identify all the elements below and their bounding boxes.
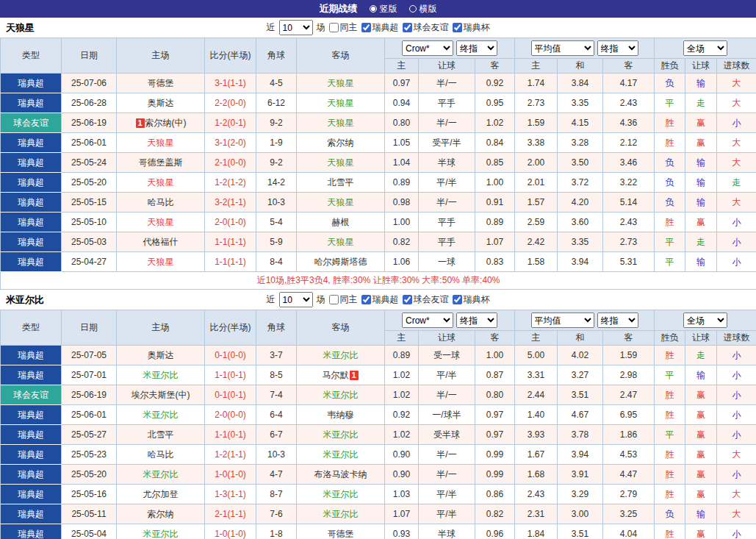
away-team-cell: 韦纳穆 bbox=[297, 405, 385, 425]
col-odds-away: 客 bbox=[475, 331, 515, 346]
col-avg-away: 客 bbox=[603, 59, 655, 74]
home-team-name: 代格福什 bbox=[143, 237, 179, 247]
goals-result-cell: 大 bbox=[717, 445, 756, 465]
avg-draw-odds-cell: 3.94 bbox=[558, 252, 603, 272]
scope-group: 全场 bbox=[655, 310, 756, 331]
odds-time-select[interactable]: 终指 bbox=[456, 40, 497, 56]
avg-draw-odds-cell: 3.28 bbox=[558, 133, 603, 153]
col-odds-handicap: 让球 bbox=[419, 59, 475, 74]
away-team-name: 天狼星 bbox=[328, 197, 354, 207]
date-cell: 25-07-01 bbox=[62, 365, 117, 385]
col-type: 类型 bbox=[1, 310, 62, 346]
date-cell: 25-05-27 bbox=[62, 425, 117, 445]
home-team-name: 天狼星 bbox=[148, 138, 174, 148]
win-loss-result-cell: 胜 bbox=[655, 385, 685, 405]
league-filter[interactable]: 瑞典超 bbox=[361, 293, 399, 306]
date-cell: 25-06-01 bbox=[62, 133, 117, 153]
home-team-name: 北雪平 bbox=[148, 429, 174, 440]
avg-draw-odds-cell: 3.00 bbox=[558, 504, 603, 524]
league-checkbox[interactable] bbox=[361, 23, 371, 32]
match-row: 球会友谊25-06-19埃尔夫斯堡(中)0-1(0-1)7-4米亚尔比1.02半… bbox=[1, 385, 756, 405]
handicap-line-cell: 一球 bbox=[419, 252, 475, 272]
match-row: 瑞典超25-07-01米亚尔比1-1(0-1)8-5马尔默11.02平/半0.8… bbox=[1, 365, 756, 385]
match-row: 球会友谊25-06-191索尔纳(中)1-2(0-1)9-2天狼星0.80半/一… bbox=[1, 113, 756, 133]
friendly-checkbox[interactable] bbox=[403, 23, 412, 32]
handicap-line-cell: 半/一 bbox=[419, 193, 475, 213]
win-loss-result-cell: 负 bbox=[655, 504, 685, 524]
win-loss-result-cell: 胜 bbox=[655, 346, 685, 365]
corners-cell: 10-3 bbox=[256, 193, 297, 213]
avg-draw-odds-cell: 4.15 bbox=[558, 113, 603, 133]
cup-filter[interactable]: 瑞典杯 bbox=[453, 293, 490, 306]
match-row: 瑞典超25-07-05奥斯达0-1(0-0)3-7米亚尔比0.89受一球1.00… bbox=[1, 346, 756, 365]
corners-cell: 8-7 bbox=[256, 485, 297, 504]
win-loss-result-cell: 平 bbox=[655, 93, 685, 113]
friendly-filter[interactable]: 球会友谊 bbox=[403, 293, 449, 306]
date-cell: 25-05-04 bbox=[62, 524, 117, 539]
score-cell: 3-2(1-1) bbox=[205, 193, 256, 213]
goals-result-cell: 大 bbox=[717, 93, 756, 113]
home-team-cell: 天狼星 bbox=[117, 213, 205, 232]
radio-label: 横版 bbox=[420, 3, 437, 15]
avg-time-select[interactable]: 终指 bbox=[597, 313, 638, 328]
win-loss-result-cell: 负 bbox=[655, 193, 685, 213]
odds-time-select[interactable]: 终指 bbox=[456, 313, 497, 328]
avg-home-odds-cell: 2.31 bbox=[515, 504, 558, 524]
match-count-select[interactable]: 10 bbox=[279, 292, 313, 307]
avg-draw-odds-cell: 3.50 bbox=[558, 153, 603, 173]
col-odds-away: 客 bbox=[475, 59, 515, 74]
home-team-name: 索尔纳 bbox=[148, 509, 174, 519]
avg-away-odds-cell: 3.25 bbox=[603, 504, 655, 524]
goals-result-cell: 大 bbox=[717, 74, 756, 93]
handicap-line-cell: 平/半 bbox=[419, 365, 475, 385]
scope-select[interactable]: 全场 bbox=[683, 313, 727, 328]
bookmaker-select[interactable]: Crow* bbox=[402, 313, 453, 328]
home-team-cell: 1索尔纳(中) bbox=[117, 113, 205, 133]
goals-result-cell: 小 bbox=[717, 425, 756, 445]
friendly-filter[interactable]: 球会友谊 bbox=[403, 21, 449, 34]
handicap-away-odds-cell: 0.96 bbox=[475, 524, 515, 539]
cup-checkbox[interactable] bbox=[453, 23, 462, 32]
same-home-checkbox[interactable] bbox=[329, 23, 339, 32]
average-select[interactable]: 平均值 bbox=[531, 313, 594, 328]
handicap-line-cell: 受平/半 bbox=[419, 133, 475, 153]
avg-away-odds-cell: 4.47 bbox=[603, 465, 655, 485]
away-team-cell: 米亚尔比 bbox=[297, 346, 385, 365]
col-home: 主场 bbox=[117, 310, 205, 346]
date-cell: 25-05-20 bbox=[62, 173, 117, 193]
cup-filter[interactable]: 瑞典杯 bbox=[453, 21, 490, 34]
col-home: 主场 bbox=[117, 38, 205, 74]
layout-radio-vertical[interactable]: 竖版 bbox=[370, 3, 397, 15]
col-corners: 角球 bbox=[256, 310, 297, 346]
average-select[interactable]: 平均值 bbox=[531, 40, 594, 56]
handicap-home-odds-cell: 0.94 bbox=[385, 93, 419, 113]
same-home-checkbox[interactable] bbox=[329, 295, 339, 304]
league-checkbox[interactable] bbox=[361, 295, 371, 304]
col-type: 类型 bbox=[1, 38, 62, 74]
score-cell: 0-1(0-1) bbox=[205, 385, 256, 405]
away-team-name: 赫根 bbox=[332, 217, 350, 227]
layout-radio-horizontal[interactable]: 横版 bbox=[409, 3, 437, 15]
home-team-cell: 米亚尔比 bbox=[117, 405, 205, 425]
avg-time-select[interactable]: 终指 bbox=[597, 40, 638, 56]
match-row: 瑞典超25-05-24哥德堡盖斯2-1(0-0)9-2天狼星1.04半球0.85… bbox=[1, 153, 756, 173]
competition-type-cell: 瑞典超 bbox=[1, 425, 62, 445]
bookmaker-select[interactable]: Crow* bbox=[402, 40, 453, 56]
handicap-home-odds-cell: 0.90 bbox=[385, 465, 419, 485]
home-team-name: 米亚尔比 bbox=[143, 370, 179, 380]
date-cell: 25-05-03 bbox=[62, 232, 117, 252]
goals-result-cell: 小 bbox=[717, 465, 756, 485]
same-home-filter[interactable]: 同主 bbox=[329, 293, 358, 306]
same-home-filter[interactable]: 同主 bbox=[329, 21, 358, 34]
friendly-checkbox[interactable] bbox=[403, 295, 412, 304]
avg-away-odds-cell: 2.43 bbox=[603, 213, 655, 232]
match-count-select[interactable]: 10 bbox=[279, 20, 313, 35]
date-cell: 25-05-20 bbox=[62, 465, 117, 485]
scope-select[interactable]: 全场 bbox=[683, 40, 727, 56]
col-result: 胜负 bbox=[655, 331, 685, 346]
league-filter[interactable]: 瑞典超 bbox=[361, 21, 399, 34]
cup-checkbox[interactable] bbox=[453, 295, 462, 304]
handicap-home-odds-cell: 1.00 bbox=[385, 213, 419, 232]
home-team-name: 奥斯达 bbox=[148, 350, 174, 360]
corners-cell: 3-7 bbox=[256, 346, 297, 365]
